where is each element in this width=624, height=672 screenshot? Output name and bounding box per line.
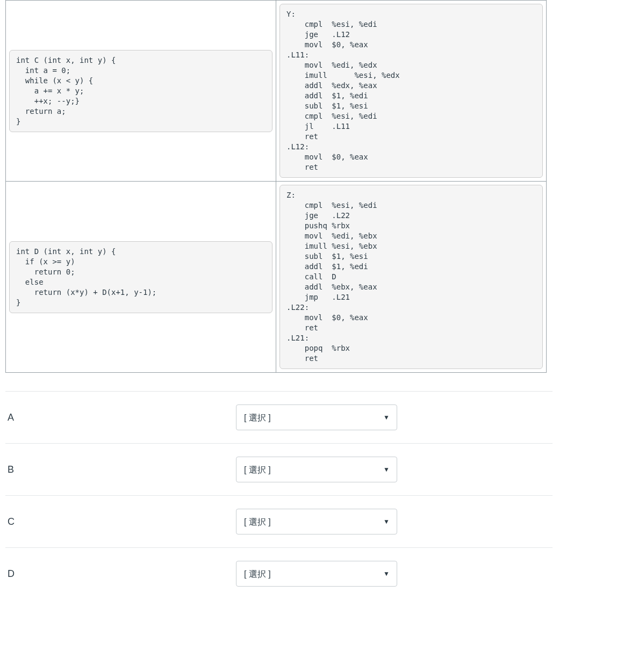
answer-label: C: [8, 516, 225, 528]
answer-label: A: [8, 412, 225, 423]
c-code-block: int D (int x, int y) { if (x >= y) retur…: [9, 241, 272, 313]
asm-code-block: Z: cmpl %esi, %edi jge .L22 pushq %rbx m…: [279, 185, 543, 369]
asm-code-block: Y: cmpl %esi, %edi jge .L12 movl $0, %ea…: [279, 4, 543, 178]
answer-label: D: [8, 568, 225, 580]
answer-select-b[interactable]: [ 選択 ]: [236, 457, 397, 482]
answer-select-a[interactable]: [ 選択 ]: [236, 404, 397, 430]
answer-row-b: B [ 選択 ] ▼: [5, 443, 553, 495]
code-comparison-table: int C (int x, int y) { int a = 0; while …: [5, 0, 547, 373]
answer-section: A [ 選択 ] ▼ B [ 選択 ] ▼ C [ 選択 ]: [5, 391, 553, 587]
answer-label: B: [8, 464, 225, 475]
answer-row-a: A [ 選択 ] ▼: [5, 391, 553, 443]
table-row: int D (int x, int y) { if (x >= y) retur…: [6, 182, 547, 373]
answer-select-d[interactable]: [ 選択 ]: [236, 561, 397, 587]
answer-select-c[interactable]: [ 選択 ]: [236, 509, 397, 534]
c-code-block: int C (int x, int y) { int a = 0; while …: [9, 50, 272, 132]
answer-row-c: C [ 選択 ] ▼: [5, 495, 553, 547]
table-row: int C (int x, int y) { int a = 0; while …: [6, 1, 547, 182]
answer-row-d: D [ 選択 ] ▼: [5, 547, 553, 587]
